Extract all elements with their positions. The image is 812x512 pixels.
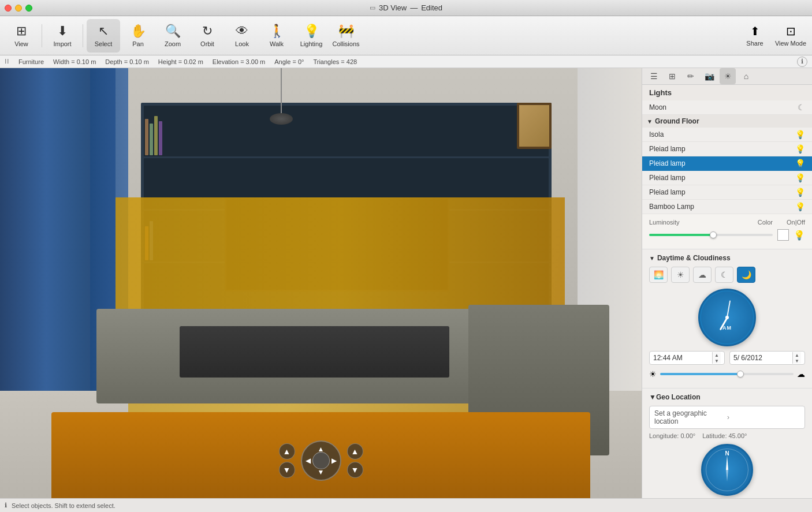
moon-icon: ☾	[798, 103, 805, 112]
night-btn[interactable]: 🌙	[737, 267, 755, 283]
orbit-down-arrow: ▼	[318, 468, 325, 476]
zoom-up-button[interactable]: ▲	[279, 443, 295, 459]
book	[159, 121, 162, 155]
light-pleiad-2-selected[interactable]: Pleiad lamp 💡	[642, 156, 812, 171]
viewport[interactable]: ▲ ▼ ▲ ▼ ◀ ▶ ▲ ▼	[0, 68, 642, 498]
date-down-btn[interactable]: ▼	[793, 358, 801, 364]
compass: N	[701, 444, 753, 496]
sidebar-grid-btn[interactable]: ⊞	[664, 68, 680, 84]
toolbar-share[interactable]: ⬆ Share	[738, 19, 772, 53]
light-pleiad-4[interactable]: Pleiad lamp 💡	[642, 185, 812, 200]
main-area: ▲ ▼ ▲ ▼ ◀ ▶ ▲ ▼	[0, 68, 812, 498]
bulb-toggle[interactable]: 💡	[794, 230, 805, 241]
light-moon[interactable]: Moon ☾	[642, 100, 812, 115]
cloudiness-thumb[interactable]	[737, 371, 744, 378]
look-label: Look	[235, 40, 249, 47]
light-pleiad-3[interactable]: Pleiad lamp 💡	[642, 171, 812, 185]
toolbar-look[interactable]: 👁 Look	[225, 19, 259, 53]
clock-face: AM	[701, 291, 753, 343]
sidebar-list-btn[interactable]: ☰	[646, 68, 662, 84]
sidebar-edit-btn[interactable]: ✏	[683, 68, 699, 84]
import-label: Import	[53, 40, 71, 47]
infobar-depth: Depth = 0.10 m	[105, 58, 149, 65]
toolbar-right: ⬆ Share ⊡ View Mode	[738, 19, 807, 53]
luminosity-thumb[interactable]	[710, 231, 717, 238]
light-name: Isola	[649, 130, 795, 139]
time-down-btn[interactable]: ▼	[713, 358, 721, 364]
pan-icon: ✋	[131, 24, 146, 39]
light-bamboo[interactable]: Bamboo Lamp 💡	[642, 200, 812, 214]
toolbar-zoom[interactable]: 🔍 Zoom	[156, 19, 189, 53]
tilt-up-button[interactable]: ▲	[347, 443, 363, 459]
title-separator: —	[410, 3, 418, 12]
close-button[interactable]	[5, 5, 12, 12]
sidebar: ☰ ⊞ ✏ 📷 ☀ ⌂ Lights Moon ☾ ▼ Ground Floor…	[642, 68, 812, 498]
color-swatch[interactable]	[777, 229, 789, 241]
orbit-icon: ↻	[202, 24, 213, 39]
view-icon: ⊞	[16, 24, 27, 39]
zoom-button[interactable]	[25, 5, 32, 12]
clock: AM	[698, 289, 756, 346]
toolbar-lighting[interactable]: 💡 Lighting	[295, 19, 328, 53]
time-up-btn[interactable]: ▲	[713, 352, 721, 358]
toolbar-orbit[interactable]: ↻ Orbit	[191, 19, 224, 53]
date-input[interactable]: 5/ 6/2012 ▲ ▼	[729, 351, 805, 365]
lamp-icon: 💡	[795, 173, 805, 182]
geo-coords: Longitude: 0.00° Latitude: 45.00°	[649, 432, 805, 439]
cloudiness-slider[interactable]	[660, 373, 794, 375]
window-title: ▭ 3D View — Edited	[370, 3, 442, 12]
sidebar-sun-btn[interactable]: ☀	[720, 68, 736, 84]
daytime-header[interactable]: ▼ Daytime & Cloudiness	[649, 254, 805, 262]
share-icon: ⬆	[750, 24, 760, 38]
luminosity-slider[interactable]	[649, 234, 773, 236]
controls-labels-row: Luminosity Color On|Off	[649, 219, 805, 226]
zoom-label: Zoom	[165, 40, 181, 47]
geo-location-button[interactable]: Set a geographic location ›	[649, 406, 805, 429]
view-label: View	[14, 40, 28, 47]
toolbar-pan[interactable]: ✋ Pan	[121, 19, 155, 53]
sidebar-camera-btn[interactable]: 📷	[701, 68, 717, 84]
moon-btn[interactable]: ☾	[715, 267, 733, 283]
select-label: Select	[95, 40, 113, 47]
import-icon: ⬇	[57, 24, 68, 39]
lighting-icon: 💡	[304, 24, 319, 39]
zoom-down-button[interactable]: ▼	[279, 462, 295, 478]
orbit-control[interactable]: ▲ ▼ ◀ ▶	[301, 440, 341, 481]
toolbar-import[interactable]: ⬇ Import	[46, 19, 79, 53]
toolbar-walk[interactable]: 🚶 Walk	[260, 19, 293, 53]
navigation-controls: ▲ ▼ ▲ ▼ ◀ ▶ ▲ ▼	[279, 440, 363, 481]
time-input[interactable]: 12:44 AM ▲ ▼	[649, 351, 725, 365]
latitude-text: Latitude: 45.00°	[702, 432, 747, 439]
geo-title: Geo Location	[656, 393, 701, 401]
light-pleiad-1[interactable]: Pleiad lamp 💡	[642, 142, 812, 156]
toolbar-select[interactable]: ↖ Select	[87, 19, 120, 53]
ground-floor-group[interactable]: ▼ Ground Floor	[642, 115, 812, 128]
sidebar-home-btn[interactable]: ⌂	[738, 68, 754, 84]
dawn-btn[interactable]: 🌅	[649, 267, 668, 283]
cloud-icon-small: ☁	[797, 369, 805, 379]
date-value: 5/ 6/2012	[733, 354, 791, 362]
tilt-down-button[interactable]: ▼	[347, 462, 363, 478]
lamp-icon: 💡	[795, 188, 805, 197]
daytime-section: ▼ Daytime & Cloudiness 🌅 ☀ ☁ ☾ 🌙 AM	[642, 249, 812, 388]
toolbar-view[interactable]: ⊞ View	[5, 19, 38, 53]
daytime-icons: 🌅 ☀ ☁ ☾ 🌙	[649, 267, 805, 283]
toolbar-collisions[interactable]: 🚧 Collisions	[329, 19, 363, 53]
infobar-elevation: Elevation = 3.00 m	[213, 58, 265, 65]
clock-am-label: AM	[722, 325, 732, 331]
orbit-left-arrow: ◀	[306, 457, 311, 465]
cloud-btn[interactable]: ☁	[693, 267, 712, 283]
pan-label: Pan	[132, 40, 144, 47]
light-isola[interactable]: Isola 💡	[642, 128, 812, 142]
geo-header[interactable]: ▼ Geo Location	[649, 393, 805, 401]
walk-icon: 🚶	[269, 24, 285, 39]
toolbar-view-mode[interactable]: ⊡ View Mode	[774, 19, 807, 53]
date-up-btn[interactable]: ▲	[793, 352, 801, 358]
minimize-button[interactable]	[15, 5, 22, 12]
infobar-angle: Angle = 0°	[274, 58, 304, 65]
sun-btn[interactable]: ☀	[671, 267, 690, 283]
pendant-shade	[270, 113, 293, 125]
statusbar-text: Select objects. Shift to extend select.	[12, 502, 116, 509]
light-moon-name: Moon	[649, 103, 798, 111]
info-icon[interactable]: ℹ	[797, 57, 807, 67]
